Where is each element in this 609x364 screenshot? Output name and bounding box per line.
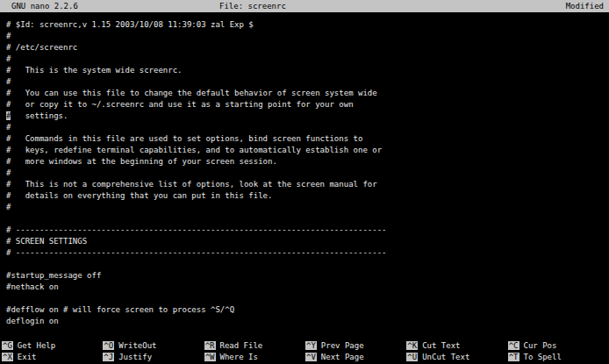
shortcut-label: Get Help: [13, 341, 55, 350]
modified-flag: Modified: [566, 0, 604, 12]
shortcut-bar: ^GGet Help^OWriteOut^RRead File^YPrev Pa…: [0, 340, 609, 363]
shortcut-item[interactable]: ^RRead File: [204, 340, 305, 352]
editor-line: # Commands in this file are used to set …: [6, 133, 609, 145]
editor-line: [6, 213, 609, 225]
shortcut-key: ^K: [406, 341, 418, 350]
shortcut-item[interactable]: ^UUnCut Text: [406, 352, 507, 363]
editor-line: [6, 293, 609, 304]
editor-line: # settings.: [6, 111, 609, 122]
editor-line: # --------------------------------------…: [6, 225, 609, 236]
shortcut-label: WriteOut: [114, 341, 156, 350]
shortcut-key: ^Y: [305, 341, 317, 350]
shortcut-row: ^GGet Help^OWriteOut^RRead File^YPrev Pa…: [0, 340, 609, 352]
file-title: File: screenrc: [219, 0, 286, 12]
shortcut-item[interactable]: ^YPrev Page: [305, 340, 406, 352]
shortcut-item[interactable]: ^CCur Pos: [508, 340, 609, 352]
shortcut-item[interactable]: ^GGet Help: [2, 340, 103, 352]
shortcut-key: ^W: [204, 353, 216, 361]
editor-line: deflogin on: [6, 316, 609, 327]
shortcut-key: ^R: [204, 341, 216, 350]
shortcut-label: Where Is: [216, 353, 258, 361]
editor-line: #: [6, 202, 609, 213]
editor-line: # more windows at the beginning of your …: [6, 156, 609, 168]
nano-titlebar: GNU nano 2.2.6 File: screenrc Modified: [0, 0, 609, 12]
editor-line: # $Id: screenrc,v 1.15 2003/10/08 11:39:…: [6, 19, 609, 31]
editor-line: #startup_message off: [6, 270, 609, 282]
editor-line: #defflow on # will force screen to proce…: [6, 304, 609, 316]
shortcut-label: Justify: [114, 353, 152, 361]
terminal-window[interactable]: GNU nano 2.2.6 File: screenrc Modified #…: [0, 0, 609, 364]
shortcut-item[interactable]: ^KCut Text: [406, 340, 507, 352]
editor-line: # /etc/screenrc: [6, 42, 609, 54]
shortcut-item[interactable]: ^XExit: [2, 352, 103, 363]
shortcut-key: ^O: [103, 341, 114, 350]
shortcut-label: Prev Page: [317, 341, 364, 350]
editor-line: # This is not a comprehensive list of op…: [6, 179, 609, 190]
shortcut-item[interactable]: ^VNext Page: [305, 352, 406, 363]
shortcut-label: Cut Text: [418, 341, 460, 350]
shortcut-key: ^X: [2, 353, 13, 361]
shortcut-key: ^U: [406, 353, 418, 361]
shortcut-label: UnCut Text: [418, 353, 469, 361]
editor-line: # This is the system wide screenrc.: [6, 65, 609, 76]
shortcut-label: Cur Pos: [519, 341, 557, 350]
editor-line: # SCREEN SETTINGS: [6, 236, 609, 247]
shortcut-item[interactable]: ^JJustify: [103, 352, 204, 363]
editor-line: # --------------------------------------…: [6, 247, 609, 259]
shortcut-key: ^V: [305, 353, 317, 361]
shortcut-item[interactable]: ^OWriteOut: [103, 340, 204, 352]
editor-line: #: [6, 122, 609, 133]
text-cursor: #: [6, 111, 11, 120]
shortcut-label: To Spell: [519, 353, 562, 361]
shortcut-label: Next Page: [317, 353, 364, 361]
shortcut-key: ^C: [508, 341, 519, 350]
editor-line: #nethack on: [6, 282, 609, 293]
shortcut-item[interactable]: ^TTo Spell: [508, 352, 609, 363]
editor-line: #: [6, 168, 609, 179]
shortcut-key: ^G: [2, 341, 13, 350]
editor-line: #: [6, 31, 609, 42]
editor-line: #: [6, 54, 609, 65]
editor-line: #: [6, 76, 609, 88]
editor-line: # or copy it to ~/.screenrc and use it a…: [6, 99, 609, 111]
editor-line: # keys, redefine terminal capabilities, …: [6, 145, 609, 156]
editor-line: [6, 259, 609, 270]
app-title: GNU nano 2.2.6: [11, 0, 78, 12]
shortcut-row: ^XExit^JJustify^WWhere Is^VNext Page^UUn…: [0, 352, 609, 363]
shortcut-item[interactable]: ^WWhere Is: [204, 352, 305, 363]
shortcut-key: ^T: [508, 353, 519, 361]
shortcut-label: Read File: [216, 341, 263, 350]
editor-area[interactable]: # $Id: screenrc,v 1.15 2003/10/08 11:39:…: [0, 12, 609, 339]
editor-line: # You can use this file to change the de…: [6, 88, 609, 99]
shortcut-key: ^J: [103, 353, 114, 361]
editor-line: # details on everything that you can put…: [6, 190, 609, 202]
shortcut-label: Exit: [13, 353, 37, 361]
